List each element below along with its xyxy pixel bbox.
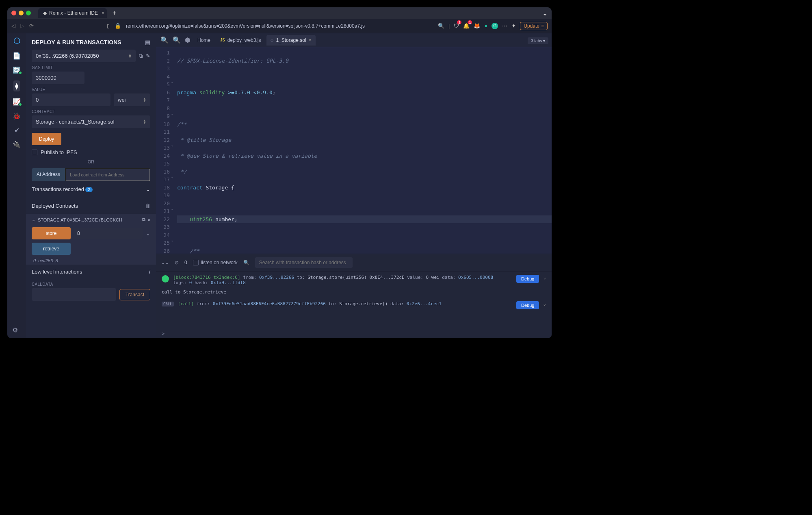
account-select[interactable]: 0xf39...92266 (6.98782850 ▲▼ [32, 50, 136, 62]
compiler-icon[interactable]: 🔄 [13, 66, 21, 74]
close-instance-icon[interactable]: × [148, 217, 150, 222]
call-badge: CALL [162, 302, 174, 306]
low-level-label: Low level interactions [32, 269, 82, 275]
fn-store-button[interactable]: store [32, 227, 71, 239]
calldata-input[interactable] [32, 288, 116, 301]
at-address-input[interactable] [65, 168, 150, 181]
extension-more-icon[interactable]: ⋯ [502, 23, 507, 29]
contract-select[interactable]: Storage - contracts/1_Storage.sol▲▼ [32, 115, 150, 128]
trash-icon[interactable]: 🗑 [145, 203, 150, 209]
terminal-search-input[interactable] [255, 257, 353, 268]
value-unit-select[interactable]: wei▲▼ [114, 93, 150, 106]
max-dot[interactable] [26, 11, 31, 15]
zoom-in-icon[interactable]: 🔍 [171, 35, 182, 45]
terminal: ⌄⌄ ⊘ 0 listen on network 🔍 [block:784371… [156, 254, 552, 338]
deploy-button[interactable]: Deploy [32, 133, 61, 145]
min-dot[interactable] [19, 11, 24, 15]
close-tab-icon[interactable]: × [308, 37, 311, 43]
extension-shield-icon[interactable]: 🛡1 [454, 23, 459, 29]
value-label: VALUE [32, 87, 150, 92]
home-icon[interactable]: ⬢ [184, 35, 192, 45]
editor-tabbar: 🔍 🔍 ⬢ Home JSdeploy_web3.js ⟐1_Storage.s… [156, 33, 552, 47]
extension-dot-icon[interactable]: ● [484, 23, 487, 29]
info-icon[interactable]: i [149, 269, 150, 275]
analytics-icon[interactable]: 📈 [13, 98, 21, 106]
log-entry-tx[interactable]: [block:7843716 txIndex:0] from: 0xf39...… [162, 275, 546, 285]
terminal-body[interactable]: [block:7843716 txIndex:0] from: 0xf39...… [156, 272, 552, 329]
deployed-contracts-label: Deployed Contracts [32, 203, 78, 209]
lock-icon: 🔒 [115, 23, 121, 29]
tab-storage-sol[interactable]: ⟐1_Storage.sol× [266, 35, 315, 46]
nav-back-icon[interactable]: ◁ [11, 23, 15, 29]
pending-count: 0 [184, 260, 187, 265]
value-input[interactable] [32, 93, 110, 106]
tab-close-icon[interactable]: × [102, 10, 104, 16]
log-entry-call[interactable]: CALL [call] from: 0xf39Fd6e51aad88F6F4ce… [162, 301, 546, 309]
or-text: OR [32, 159, 150, 164]
settings-icon[interactable]: ⚙ [12, 326, 18, 334]
url-text[interactable]: remix.ethereum.org/#optimize=false&runs=… [126, 23, 365, 29]
line-gutter: 1234567891011121314151617181920212223242… [156, 47, 172, 254]
copy-account-icon[interactable]: ⧉ [139, 53, 143, 59]
debug-icon[interactable]: 🐞 [13, 112, 21, 120]
edit-account-icon[interactable]: ✎ [146, 53, 150, 59]
success-icon [162, 275, 169, 282]
at-address-button[interactable]: At Address [32, 168, 65, 181]
search-icon[interactable]: 🔍 [243, 260, 249, 265]
activity-bar: ⬡ 📄 🔄 ⧫ 📈 🐞 ✔ 🔌 [7, 33, 26, 338]
url-bar: ◁ ▷ ⟳ ▯ 🔒 remix.ethereum.org/#optimize=f… [7, 19, 552, 33]
collapse-terminal-icon[interactable]: ⌄⌄ [161, 260, 169, 265]
zoom-icon[interactable]: 🔍 [438, 23, 444, 29]
chevron-down-icon[interactable]: ⌄ [32, 217, 35, 222]
code-content[interactable]: // SPDX-License-Identifier: GPL-3.0 prag… [172, 47, 552, 254]
nav-fwd-icon[interactable]: ▷ [20, 23, 24, 29]
extension-bell-icon[interactable]: 🔔1 [463, 23, 470, 29]
browser-tab[interactable]: ◆ Remix - Ethereum IDE × [38, 8, 107, 18]
contract-instance: ⌄ STORAGE AT 0X8E4...372CE (BLOCKCH ⧉ × … [26, 214, 156, 265]
tab-title: Remix - Ethereum IDE [49, 10, 98, 16]
contract-label: CONTRACT [32, 109, 150, 114]
debug-button[interactable]: Debug [516, 301, 539, 309]
chevron-down-icon[interactable]: ⌄ [146, 230, 150, 237]
copy-address-icon[interactable]: ⧉ [142, 217, 145, 222]
close-dot[interactable] [11, 11, 16, 15]
gas-limit-input[interactable] [32, 72, 84, 84]
extension-g-icon[interactable]: G [492, 23, 498, 29]
terminal-prompt[interactable]: > [156, 329, 552, 338]
tabs-count-button[interactable]: 3 tabs ▾ [528, 37, 548, 44]
fn-retrieve-button[interactable]: retrieve [32, 243, 71, 255]
clear-terminal-icon[interactable]: ⊘ [175, 260, 179, 265]
calldata-label: CALLDATA [32, 282, 150, 287]
plugin-icon[interactable]: 🔌 [13, 141, 21, 148]
extensions-icon[interactable]: ✦ [511, 23, 516, 29]
publish-ipfs-checkbox[interactable]: Publish to IPFS [32, 149, 150, 155]
tab-deploy-web3[interactable]: JSdeploy_web3.js [216, 35, 265, 46]
overflow-icon[interactable]: ⌄ [542, 9, 548, 17]
extension-fox-icon[interactable]: 🦊 [474, 23, 480, 29]
chevron-down-icon[interactable]: ⌄ [543, 275, 546, 280]
chevron-down-icon[interactable]: ⌄ [543, 301, 546, 306]
debug-button[interactable]: Debug [516, 275, 539, 283]
tab-home[interactable]: Home [193, 35, 214, 46]
deploy-icon[interactable]: ⧫ [13, 80, 20, 91]
file-explorer-icon[interactable]: 📄 [13, 52, 21, 60]
remix-logo-icon[interactable]: ⬡ [13, 36, 20, 46]
deploy-panel: DEPLOY & RUN TRANSACTIONS ▤ 0xf39...9226… [26, 33, 156, 338]
chevron-down-icon: ⌄ [146, 186, 150, 192]
fn-store-input[interactable] [74, 228, 143, 239]
gas-limit-label: GAS LIMIT [32, 65, 150, 70]
update-button[interactable]: Update≡ [520, 22, 548, 30]
zoom-out-icon[interactable]: 🔍 [159, 35, 170, 45]
transact-button[interactable]: Transact [119, 289, 150, 300]
tx-recorded-accordion[interactable]: Transactions recorded 2 ⌄ [32, 183, 150, 196]
checklist-icon[interactable]: ✔ [14, 126, 19, 134]
bookmark-icon[interactable]: ▯ [107, 23, 110, 29]
window-titlebar: ◆ Remix - Ethereum IDE × + ⌄ [7, 7, 552, 19]
js-icon: JS [220, 38, 225, 42]
retrieve-result: 0: uint256: 8 [26, 256, 156, 265]
panel-menu-icon[interactable]: ▤ [145, 39, 150, 46]
listen-network-checkbox[interactable]: listen on network [193, 260, 238, 265]
reload-icon[interactable]: ⟳ [29, 23, 34, 29]
code-editor[interactable]: 1234567891011121314151617181920212223242… [156, 47, 552, 254]
new-tab-button[interactable]: + [113, 9, 116, 17]
